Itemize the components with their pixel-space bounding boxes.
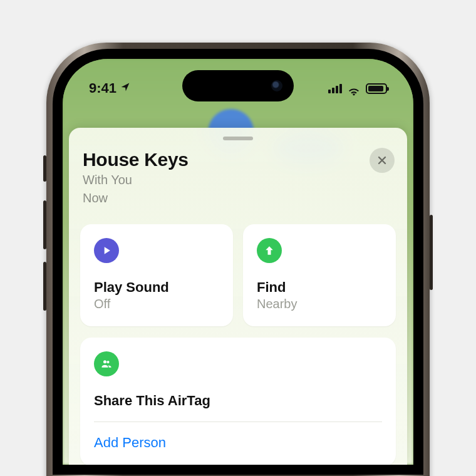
item-time: Now	[83, 190, 393, 207]
close-button[interactable]	[370, 148, 395, 173]
close-icon	[377, 155, 387, 165]
location-arrow-icon	[120, 82, 130, 95]
item-title: House Keys	[83, 149, 393, 170]
sheet-header: House Keys With You Now	[80, 149, 396, 219]
silent-switch	[43, 155, 46, 182]
volume-down-button	[43, 262, 46, 311]
clock: 9:41	[89, 80, 116, 96]
sheet-grabber[interactable]	[223, 137, 253, 140]
play-sound-title: Play Sound	[94, 279, 219, 296]
find-card[interactable]: Find Nearby	[243, 224, 396, 326]
arrow-up-icon	[257, 238, 282, 263]
people-icon	[94, 351, 119, 376]
item-sheet: House Keys With You Now Play Sound Off	[69, 128, 407, 465]
add-person-button[interactable]: Add Person	[94, 422, 382, 465]
status-right	[328, 83, 387, 94]
find-status: Nearby	[257, 297, 382, 311]
find-title: Find	[257, 279, 382, 296]
power-button	[430, 215, 433, 290]
cellular-signal-icon	[328, 83, 342, 93]
screen: 9:41 House Keys With You	[63, 59, 413, 465]
share-title: Share This AirTag	[94, 393, 382, 422]
phone-frame: 9:41 House Keys With You	[46, 43, 430, 476]
battery-icon	[366, 83, 387, 94]
share-card: Share This AirTag Add Person	[80, 338, 396, 465]
status-left: 9:41	[89, 80, 130, 96]
play-icon	[94, 238, 119, 263]
volume-up-button	[43, 200, 46, 249]
item-location: With You	[83, 172, 393, 189]
phone-bezel: 9:41 House Keys With You	[53, 49, 423, 475]
play-sound-status: Off	[94, 297, 219, 311]
action-row: Play Sound Off Find Nearby	[80, 224, 396, 326]
dynamic-island	[182, 70, 294, 101]
play-sound-card[interactable]: Play Sound Off	[80, 224, 233, 326]
wifi-icon	[347, 83, 361, 93]
